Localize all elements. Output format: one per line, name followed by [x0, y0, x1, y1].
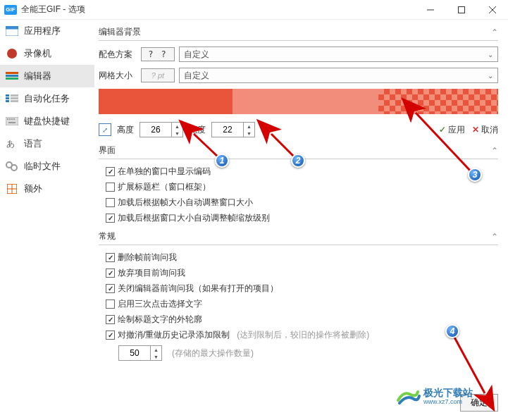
sidebar-item-label: 编辑器 — [24, 70, 51, 82]
svg-rect-21 — [8, 122, 16, 123]
checkbox-label: 关闭编辑器前询问我（如果有打开的项目） — [118, 283, 278, 295]
checkbox[interactable] — [106, 284, 115, 293]
svg-rect-19 — [11, 118, 13, 120]
keyboard-icon — [6, 116, 18, 126]
cancel-button[interactable]: 取消 — [472, 124, 498, 136]
height-spinner[interactable]: ▲▼ — [140, 122, 183, 137]
color-scheme-combo[interactable]: 自定义 ⌄ — [179, 47, 498, 62]
sidebar-item-tasks[interactable]: 自动化任务 — [0, 87, 94, 110]
watermark-url: www.xz7.com — [423, 399, 473, 406]
chevron-down-icon: ⌄ — [488, 72, 493, 80]
watermark-text: 极光下载站 — [423, 388, 473, 398]
grid-pt-box[interactable]: ? pt — [141, 68, 175, 82]
height-label: 高度 — [117, 124, 134, 136]
chevron-down-icon: ⌄ — [488, 51, 493, 58]
svg-rect-18 — [9, 118, 11, 120]
checkbox[interactable] — [106, 299, 115, 309]
svg-rect-12 — [6, 97, 9, 99]
extra-icon — [6, 184, 18, 194]
sidebar-item-label: 临时文件 — [24, 160, 61, 173]
width-spinner[interactable]: ▲▼ — [211, 122, 255, 137]
spinner-arrows[interactable]: ▲▼ — [150, 346, 161, 360]
height-input[interactable] — [140, 123, 171, 137]
svg-rect-4 — [6, 26, 18, 29]
editor-icon — [6, 71, 18, 81]
grid-size-combo[interactable]: 自定义 ⌄ — [179, 68, 498, 83]
spinner-arrows[interactable]: ▲▼ — [171, 123, 182, 137]
checkbox-label: 绘制标题文字的外轮廓 — [118, 314, 202, 326]
svg-rect-9 — [6, 78, 18, 80]
tasks-icon — [6, 94, 18, 104]
chevron-up-icon: ⌃ — [491, 27, 498, 37]
width-input[interactable] — [212, 123, 243, 137]
checkbox[interactable] — [106, 253, 115, 262]
checkbox[interactable] — [106, 183, 115, 192]
sidebar-item-extra[interactable]: 额外 — [0, 178, 94, 200]
sidebar-item-label: 自动化任务 — [24, 92, 70, 105]
section-title: 常规 — [99, 230, 491, 242]
checkbox-label: 扩展标题栏（窗口框架） — [118, 181, 211, 193]
sidebar-item-language[interactable]: あ 语言 — [0, 132, 94, 155]
close-button[interactable] — [477, 0, 508, 20]
watermark-logo-icon — [395, 388, 421, 406]
apply-button[interactable]: 应用 — [439, 124, 465, 136]
svg-text:あ: あ — [6, 139, 15, 149]
chevron-up-icon: ⌃ — [491, 146, 498, 156]
limit-hint: (存储的最大操作数量) — [172, 347, 254, 359]
sidebar-item-editor[interactable]: 编辑器 — [0, 65, 94, 87]
svg-rect-14 — [6, 100, 9, 102]
sidebar-item-label: 额外 — [24, 183, 42, 195]
section-editor-bg[interactable]: 编辑器背景 ⌃ — [99, 24, 498, 41]
svg-rect-13 — [11, 97, 18, 99]
checkbox[interactable] — [106, 331, 115, 340]
watermark: 极光下载站 www.xz7.com — [395, 388, 473, 406]
svg-rect-8 — [6, 75, 18, 77]
sidebar-item-label: 键盘快捷键 — [24, 115, 70, 128]
sidebar-item-app[interactable]: 应用程序 — [0, 20, 94, 42]
checkbox[interactable] — [106, 268, 115, 278]
checkbox[interactable] — [106, 214, 115, 223]
record-icon — [6, 49, 18, 58]
temp-files-icon — [6, 161, 18, 171]
preview-solid-1 — [99, 89, 233, 114]
sidebar-item-label: 语言 — [24, 137, 42, 150]
sidebar-item-recorder[interactable]: 录像机 — [0, 42, 94, 65]
sidebar-item-temp[interactable]: 临时文件 — [0, 155, 94, 178]
limit-input[interactable] — [119, 346, 150, 360]
svg-rect-11 — [11, 94, 18, 97]
checkbox-label: 加载后根据帧大小自动调整窗口大小 — [118, 197, 253, 209]
combo-value: 自定义 — [184, 70, 209, 82]
maximize-button[interactable] — [446, 0, 477, 20]
svg-point-6 — [7, 49, 17, 58]
sidebar-item-label: 应用程序 — [24, 25, 61, 37]
language-icon: あ — [6, 139, 18, 149]
app-icon: GIF — [4, 5, 17, 15]
checkbox[interactable] — [106, 315, 115, 324]
svg-point-24 — [11, 165, 17, 171]
annotation-badge-4: 4 — [445, 324, 459, 338]
minimize-button[interactable] — [415, 0, 446, 20]
checkbox[interactable] — [106, 198, 115, 207]
color-swatch-box[interactable]: ? ? — [141, 47, 175, 61]
svg-rect-16 — [6, 117, 18, 125]
svg-rect-20 — [13, 118, 15, 120]
svg-rect-10 — [6, 94, 9, 97]
section-general[interactable]: 常规 ⌃ — [99, 228, 498, 245]
svg-rect-5 — [6, 29, 18, 36]
color-scheme-label: 配色方案 — [99, 49, 141, 61]
content-panel: 编辑器背景 ⌃ 配色方案 ? ? 自定义 ⌄ 网格大小 ? pt 自定义 ⌄ — [94, 20, 508, 420]
sidebar-item-shortcuts[interactable]: 键盘快捷键 — [0, 110, 94, 132]
section-title: 编辑器背景 — [99, 26, 491, 38]
spinner-arrows[interactable]: ▲▼ — [243, 123, 254, 137]
window-icon — [6, 26, 18, 36]
annotation-badge-2: 2 — [291, 154, 305, 168]
preview-solid-2 — [233, 89, 378, 114]
titlebar: GIF 全能王GIF - 选项 — [0, 0, 508, 20]
svg-rect-1 — [459, 6, 465, 13]
chevron-up-icon: ⌃ — [491, 232, 498, 242]
checkbox-label: 放弃项目前询问我 — [118, 267, 185, 279]
checkbox[interactable] — [106, 167, 115, 176]
checkbox-label: 在单独的窗口中显示编码 — [118, 166, 211, 178]
limit-spinner[interactable]: ▲▼ — [118, 345, 162, 361]
grid-size-label: 网格大小 — [99, 70, 141, 82]
